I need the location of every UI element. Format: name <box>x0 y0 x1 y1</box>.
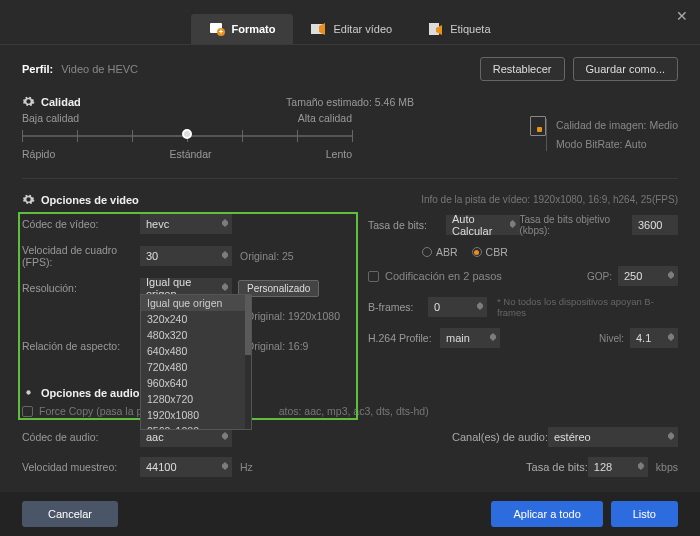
resolution-option[interactable]: 640x480 <box>141 343 251 359</box>
edit-video-icon <box>311 22 327 36</box>
svg-rect-3 <box>221 30 222 34</box>
resolution-dropdown[interactable]: Igual que origen320x240480x320640x480720… <box>140 294 252 430</box>
audio-options-title: Opciones de audio <box>41 387 139 399</box>
sample-rate-label: Velocidad muestreo: <box>22 461 140 473</box>
video-codec-label: Códec de vídeo: <box>22 218 140 230</box>
video-codec-select[interactable]: hevc <box>140 214 232 234</box>
video-options-title: Opciones de video <box>41 194 139 206</box>
profile-label: Perfil: <box>22 63 53 75</box>
bframes-label: B-frames: <box>368 301 428 313</box>
audio-codec-label: Códec de audio: <box>22 431 140 443</box>
speed-fast-label: Rápido <box>22 148 55 160</box>
resolution-option[interactable]: Igual que origen <box>141 295 251 311</box>
apply-all-button[interactable]: Aplicar a todo <box>491 501 602 527</box>
tab-format-label: Formato <box>231 23 275 35</box>
audio-codec-select[interactable]: aac <box>140 427 232 447</box>
bitrate-select[interactable]: Auto Calcular <box>446 215 520 235</box>
resolution-option[interactable]: 1280x720 <box>141 391 251 407</box>
two-pass-checkbox[interactable] <box>368 271 379 282</box>
tab-tag[interactable]: Etiqueta <box>410 14 508 44</box>
level-label: Nivel: <box>599 333 624 344</box>
resolution-option[interactable]: 320x240 <box>141 311 251 327</box>
video-options-header: Opciones de video <box>22 193 139 206</box>
reset-button[interactable]: Restablecer <box>480 57 565 81</box>
audio-bitrate-unit: kbps <box>656 461 678 473</box>
fps-original: Original: 25 <box>240 250 294 262</box>
profile-value: Video de HEVC <box>61 63 138 75</box>
target-bitrate-input[interactable] <box>632 215 678 235</box>
gear-icon <box>22 386 35 399</box>
force-copy-tail: atos: aac, mp3, ac3, dts, dts-hd) <box>279 405 429 417</box>
resolution-label: Resolución: <box>22 282 140 294</box>
image-quality-text: Calidad de imagen: Medio <box>556 116 678 135</box>
tab-edit[interactable]: Editar vídeo <box>293 14 410 44</box>
quality-slider[interactable] <box>22 126 352 146</box>
resolution-option[interactable]: 2560x1080 <box>141 423 251 430</box>
close-icon[interactable]: ✕ <box>676 8 688 24</box>
gear-icon <box>22 95 35 108</box>
h264-profile-select[interactable]: main <box>440 328 500 348</box>
sample-rate-select[interactable]: 44100 <box>140 457 232 477</box>
audio-bitrate-label: Tasa de bits: <box>526 461 588 473</box>
target-bitrate-label: Tasa de bits objetivo (kbps): <box>520 214 626 236</box>
tab-edit-label: Editar vídeo <box>333 23 392 35</box>
document-icon <box>530 116 546 136</box>
video-track-info: Info de la pista de vídeo: 1920x1080, 16… <box>421 194 678 205</box>
gop-label: GOP: <box>587 271 612 282</box>
cbr-radio[interactable]: CBR <box>472 246 508 258</box>
resolution-option[interactable]: 960x640 <box>141 375 251 391</box>
audio-options-header: Opciones de audio <box>22 386 678 399</box>
speed-slow-label: Lento <box>326 148 352 160</box>
resolution-original: Original: 1920x1080 <box>246 310 340 322</box>
dropdown-scrollbar[interactable] <box>245 295 251 429</box>
slider-thumb[interactable] <box>182 129 192 139</box>
audio-bitrate-select[interactable]: 128 <box>588 457 648 477</box>
gop-select[interactable]: 250 <box>618 266 678 286</box>
tab-bar: Formato Editar vídeo Etiqueta <box>0 0 700 44</box>
tag-icon <box>428 22 444 36</box>
h264-profile-label: H.264 Profile: <box>368 332 440 344</box>
save-as-button[interactable]: Guardar como... <box>573 57 678 81</box>
two-pass-label: Codificación en 2 pasos <box>385 270 502 282</box>
aspect-original: Original: 16:9 <box>246 340 308 352</box>
fps-label: Velocidad de cuadro (FPS): <box>22 244 140 268</box>
bitrate-label: Tasa de bits: <box>368 219 446 231</box>
force-copy-checkbox[interactable] <box>22 406 33 417</box>
quality-high-label: Alta calidad <box>298 112 352 124</box>
cancel-button[interactable]: Cancelar <box>22 501 118 527</box>
channels-select[interactable]: estéreo <box>548 427 678 447</box>
quality-low-label: Baja calidad <box>22 112 79 124</box>
bframes-select[interactable]: 0 <box>428 297 487 317</box>
resolution-option[interactable]: 480x320 <box>141 327 251 343</box>
level-select[interactable]: 4.1 <box>630 328 678 348</box>
abr-radio[interactable]: ABR <box>422 246 458 258</box>
done-button[interactable]: Listo <box>611 501 678 527</box>
resolution-option[interactable]: 720x480 <box>141 359 251 375</box>
sample-rate-unit: Hz <box>240 461 253 473</box>
estimated-size: Tamaño estimado: 5.46 MB <box>22 96 678 108</box>
tab-format[interactable]: Formato <box>191 14 293 44</box>
profile-row: Perfil: Video de HEVC <box>22 63 138 75</box>
resolution-option[interactable]: 1920x1080 <box>141 407 251 423</box>
quality-title: Calidad <box>41 96 81 108</box>
speed-standard-label: Estándar <box>169 148 211 160</box>
fps-select[interactable]: 30 <box>140 246 232 266</box>
bframes-note: * No todos los dispositivos apoyan B-fra… <box>497 296 678 318</box>
tab-tag-label: Etiqueta <box>450 23 490 35</box>
format-icon <box>209 22 225 36</box>
channels-label: Canal(es) de audio: <box>452 431 548 443</box>
bitrate-mode-text: Modo BitRate: Auto <box>556 135 678 154</box>
gear-icon <box>22 193 35 206</box>
aspect-label: Relación de aspecto: <box>22 340 140 352</box>
bottom-bar: Cancelar Aplicar a todo Listo <box>0 492 700 536</box>
